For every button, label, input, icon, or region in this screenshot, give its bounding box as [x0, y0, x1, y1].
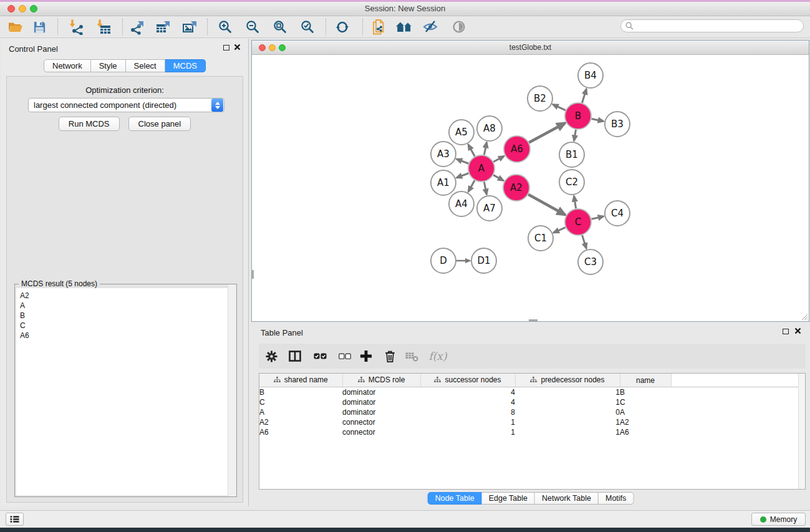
graph-node-A8[interactable]: A8 [477, 116, 502, 141]
tab-mcds[interactable]: MCDS [165, 59, 206, 72]
graph-node-C4[interactable]: C4 [605, 201, 630, 226]
table-row[interactable]: Cdominator41C [259, 397, 806, 407]
mcds-result-item[interactable]: C [16, 321, 235, 331]
graph-edge-A-A2[interactable] [493, 175, 503, 181]
graph-node-B3[interactable]: B3 [605, 112, 630, 137]
close-panel-button[interactable]: Close panel [128, 117, 191, 131]
import-table-icon[interactable] [93, 17, 114, 36]
mcds-result-item[interactable]: A6 [16, 331, 235, 341]
graph-node-B1[interactable]: B1 [559, 142, 584, 167]
tab-network[interactable]: Network [44, 59, 91, 72]
column-header-predecessor-nodes[interactable]: predecessor nodes [515, 374, 620, 387]
graph-edge-C-C2[interactable] [574, 196, 576, 208]
export-image-icon[interactable] [180, 17, 201, 36]
graph-edge-A-A6[interactable] [493, 156, 504, 162]
vertical-scroll-indicator[interactable] [252, 270, 254, 279]
column-header-name[interactable]: name [620, 374, 671, 387]
select-all-icon[interactable] [311, 347, 329, 365]
zoom-out-icon[interactable] [242, 17, 263, 36]
graph-edge-B-B3[interactable] [592, 118, 604, 121]
graph-node-C2[interactable]: C2 [559, 170, 584, 195]
graph-node-A6[interactable]: A6 [504, 136, 530, 162]
add-column-icon[interactable] [357, 347, 375, 365]
zoom-selected-icon[interactable] [297, 17, 318, 36]
export-table-icon[interactable] [153, 17, 174, 36]
graph-node-B2[interactable]: B2 [528, 86, 552, 111]
table-options-icon[interactable] [262, 347, 281, 365]
tab-select[interactable]: Select [126, 59, 165, 72]
graph-node-A5[interactable]: A5 [449, 120, 474, 145]
network-from-selection-icon[interactable] [368, 17, 389, 36]
result-scrollbar[interactable] [228, 284, 236, 496]
column-header-shared-name[interactable]: shared name [259, 374, 342, 387]
zoom-fit-icon[interactable] [269, 17, 291, 36]
mcds-result-item[interactable]: A [16, 301, 235, 311]
graph-edge-A6-B[interactable] [529, 123, 565, 142]
tab-style[interactable]: Style [91, 59, 126, 72]
memory-button[interactable]: Memory [751, 513, 806, 526]
float-panel-icon[interactable] [223, 45, 229, 51]
table-row[interactable]: Bdominator41B [259, 387, 806, 398]
graph-edge-A-A4[interactable] [468, 180, 475, 191]
delete-table-icon[interactable] [402, 347, 421, 365]
tab-edge-table[interactable]: Edge Table [482, 492, 535, 505]
graph-edge-A-A5[interactable] [468, 145, 475, 157]
graph-edge-A2-C[interactable] [528, 195, 565, 215]
zoom-in-icon[interactable] [215, 17, 236, 36]
graph-edge-C-C1[interactable] [554, 228, 566, 233]
deselect-all-icon[interactable] [335, 347, 354, 365]
resize-grip[interactable] [800, 312, 808, 321]
float-table-panel-icon[interactable] [783, 329, 789, 334]
graph-edge-C-C3[interactable] [582, 235, 587, 249]
graph-node-C1[interactable]: C1 [528, 226, 553, 251]
table-row[interactable]: Adominator80A [259, 407, 806, 417]
tab-node-table[interactable]: Node Table [428, 492, 482, 505]
run-mcds-button[interactable]: Run MCDS [59, 117, 120, 131]
column-header-successor-nodes[interactable]: successor nodes [420, 374, 515, 387]
save-session-icon[interactable] [29, 17, 50, 36]
table-scrollbar[interactable] [798, 374, 805, 489]
graph-node-A3[interactable]: A3 [431, 142, 456, 167]
tab-network-table[interactable]: Network Table [535, 492, 599, 505]
graph-node-D1[interactable]: D1 [471, 248, 496, 273]
show-graphics-details-icon[interactable] [448, 17, 470, 36]
column-header-MCDS-role[interactable]: MCDS role [342, 374, 420, 387]
apply-layout-icon[interactable] [332, 17, 353, 36]
graph-node-A7[interactable]: A7 [477, 196, 502, 221]
graph-edge-B-B4[interactable] [582, 89, 586, 103]
export-network-icon[interactable] [127, 17, 148, 36]
horizontal-scroll-indicator[interactable] [529, 319, 538, 321]
network-canvas[interactable]: B4B2BB3B1A6A8A5A3AA1A2A4A7C2C4CC1C3DD1 [252, 54, 809, 321]
graph-node-C[interactable]: C [565, 209, 591, 235]
graph-edge-B-B2[interactable] [552, 104, 566, 110]
graph-node-A2[interactable]: A2 [503, 175, 529, 201]
show-columns-icon[interactable] [286, 347, 304, 365]
graph-node-B4[interactable]: B4 [578, 63, 603, 88]
graph-edge-A-A3[interactable] [456, 159, 468, 163]
criterion-dropdown[interactable]: largest connected component (directed) [28, 98, 224, 112]
delete-column-icon[interactable] [380, 347, 399, 365]
close-panel-icon[interactable] [234, 44, 241, 51]
graph-edge-A-A1[interactable] [456, 173, 468, 178]
folder-open-icon[interactable] [5, 17, 26, 36]
graph-node-C3[interactable]: C3 [578, 249, 603, 274]
graph-edge-C-C4[interactable] [591, 216, 604, 219]
import-network-icon[interactable] [65, 17, 87, 36]
network-view[interactable]: B4B2BB3B1A6A8A5A3AA1A2A4A7C2C4CC1C3DD1 [252, 54, 809, 321]
close-table-panel-icon[interactable] [794, 327, 801, 334]
mcds-result-item[interactable]: B [16, 311, 235, 321]
graph-node-A[interactable]: A [468, 155, 494, 181]
function-builder-icon[interactable]: f(x) [426, 347, 450, 365]
panels-menu-button[interactable] [6, 513, 24, 526]
graph-node-A1[interactable]: A1 [431, 170, 456, 195]
table-row[interactable]: A2connector11A2 [259, 417, 806, 427]
home-icon[interactable] [393, 17, 415, 36]
graph-node-B[interactable]: B [565, 103, 591, 129]
tab-motifs[interactable]: Motifs [599, 492, 634, 505]
graph-edge-B-B1[interactable] [574, 130, 576, 141]
search-input[interactable] [620, 19, 804, 32]
graph-node-D[interactable]: D [431, 248, 456, 273]
graph-edge-A-A7[interactable] [484, 182, 486, 195]
mcds-result-item[interactable]: A2 [16, 291, 235, 301]
graph-node-A4[interactable]: A4 [449, 191, 474, 216]
